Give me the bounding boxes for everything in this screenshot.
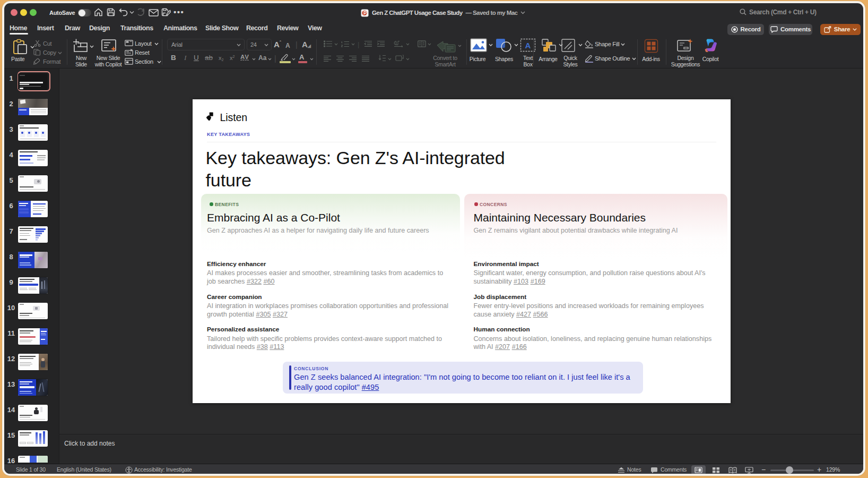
svg-text:A: A: [525, 41, 531, 50]
